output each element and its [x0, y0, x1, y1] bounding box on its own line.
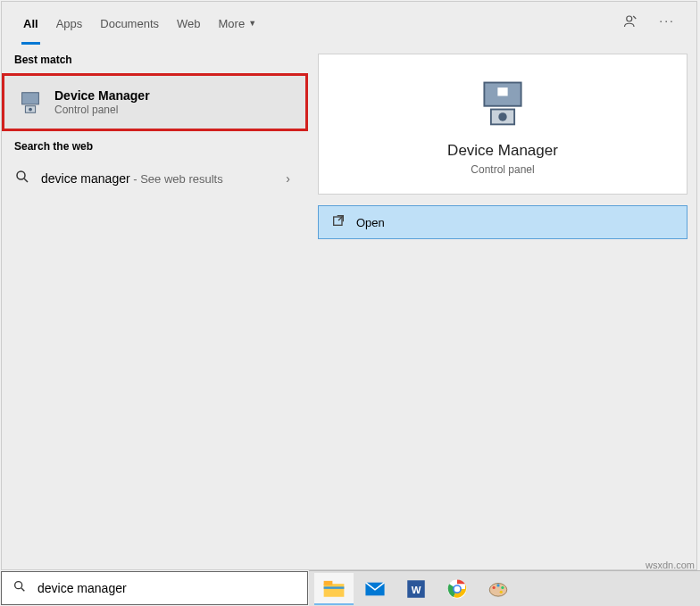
- detail-title: Device Manager: [447, 142, 558, 160]
- options-icon[interactable]: ···: [659, 13, 675, 33]
- svg-rect-15: [324, 586, 345, 588]
- filter-tabs: All Apps Documents Web More ▼ ···: [2, 2, 696, 45]
- search-results-panel: All Apps Documents Web More ▼ ··· Best m…: [1, 1, 697, 570]
- detail-column: Device Manager Control panel Open: [309, 45, 696, 569]
- search-bar[interactable]: [1, 571, 308, 605]
- svg-line-12: [21, 588, 24, 591]
- taskbar-file-explorer[interactable]: [314, 573, 354, 605]
- taskbar-mail[interactable]: [355, 573, 395, 605]
- search-icon: [12, 579, 27, 597]
- svg-text:W: W: [412, 584, 421, 594]
- svg-point-24: [496, 584, 499, 586]
- best-match-label: Best match: [2, 45, 308, 73]
- taskbar-chrome[interactable]: [438, 573, 477, 605]
- svg-rect-13: [324, 584, 345, 597]
- svg-point-3: [29, 107, 32, 111]
- tab-more-label: More: [219, 17, 246, 30]
- svg-rect-9: [497, 87, 507, 95]
- web-result-item[interactable]: device manager - See web results ›: [2, 160, 308, 197]
- result-subtitle: Control panel: [54, 104, 150, 116]
- svg-point-11: [15, 582, 22, 589]
- web-suffix: - See web results: [130, 172, 223, 186]
- content-area: Best match Device Manager Control panel …: [2, 45, 696, 569]
- svg-point-0: [627, 16, 632, 21]
- taskbar-word[interactable]: W: [396, 573, 436, 605]
- svg-point-23: [493, 585, 496, 588]
- svg-point-8: [498, 112, 506, 120]
- result-title: Device Manager: [54, 88, 150, 103]
- open-label: Open: [356, 216, 385, 229]
- open-button[interactable]: Open: [318, 205, 688, 239]
- taskbar-paint[interactable]: [479, 573, 518, 605]
- tab-documents[interactable]: Documents: [91, 2, 168, 45]
- watermark: wsxdn.com: [646, 560, 695, 570]
- device-manager-icon: [17, 89, 44, 116]
- tab-web[interactable]: Web: [168, 2, 210, 45]
- svg-point-4: [17, 171, 25, 179]
- device-manager-large-icon: [476, 76, 529, 129]
- chevron-right-icon: ›: [286, 171, 296, 186]
- svg-line-5: [24, 178, 28, 182]
- detail-subtitle: Control panel: [471, 163, 534, 176]
- open-icon: [331, 213, 346, 231]
- result-text: Device Manager Control panel: [54, 88, 150, 116]
- tab-all[interactable]: All: [14, 2, 47, 45]
- taskbar: W: [309, 570, 700, 606]
- result-device-manager[interactable]: Device Manager Control panel: [2, 73, 308, 131]
- svg-rect-1: [22, 92, 39, 104]
- svg-rect-14: [324, 580, 333, 585]
- web-result-text: device manager - See web results: [41, 170, 223, 187]
- svg-point-25: [501, 585, 504, 588]
- search-input[interactable]: [38, 581, 296, 595]
- search-icon: [14, 169, 30, 188]
- web-query: device manager: [41, 171, 130, 186]
- detail-card: Device Manager Control panel: [318, 54, 688, 195]
- feedback-icon[interactable]: [623, 13, 639, 33]
- tab-more[interactable]: More ▼: [210, 2, 266, 45]
- svg-point-21: [454, 585, 461, 592]
- svg-point-26: [500, 590, 503, 593]
- tab-apps[interactable]: Apps: [47, 2, 92, 45]
- search-web-label: Search the web: [2, 131, 308, 160]
- chevron-down-icon: ▼: [248, 19, 256, 28]
- results-column: Best match Device Manager Control panel …: [2, 45, 309, 569]
